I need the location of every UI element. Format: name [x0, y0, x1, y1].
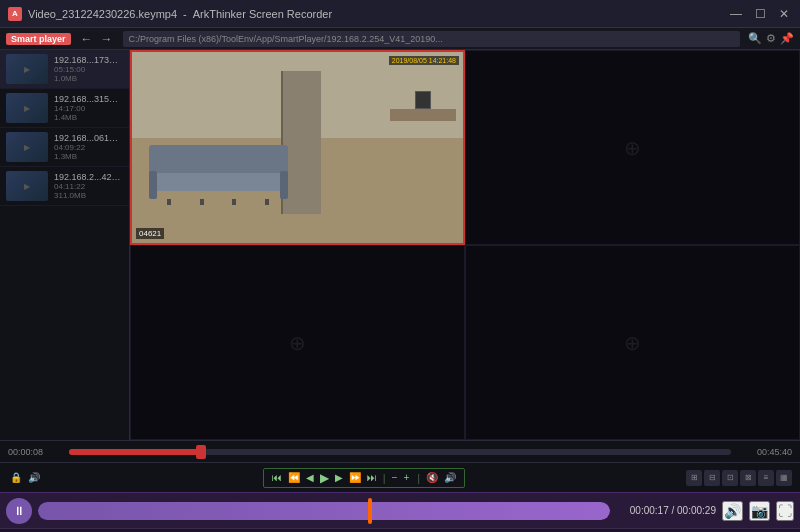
trim-camera-button[interactable]: 📷: [749, 501, 770, 521]
timeline-end-time: 00:45:40: [737, 447, 792, 457]
video-cell-3[interactable]: ⊕: [130, 245, 465, 440]
grid-custom-button[interactable]: ≡: [758, 470, 774, 486]
trim-volume-button[interactable]: 🔊: [722, 501, 743, 521]
grid-3x3-button[interactable]: ⊡: [722, 470, 738, 486]
add-stream-icon-2: ⊕: [624, 136, 641, 160]
play-button[interactable]: ▶: [318, 471, 331, 485]
bottom-controls: [ Set Start ▲ ▼ Duration:00:00:29 ▲ ▼ Se…: [0, 528, 800, 532]
grid-4x4-button[interactable]: ⊠: [740, 470, 756, 486]
file-thumb-2: ▶: [6, 132, 48, 162]
volume-up-button[interactable]: 🔊: [442, 472, 458, 483]
settings-icon[interactable]: ⚙: [766, 32, 776, 45]
file-info-0: 192.168...1736.dav 05:15:00 1.0MB: [54, 55, 123, 83]
file-sidebar: ▶ 192.168...1736.dav 05:15:00 1.0MB ▶ 19…: [0, 50, 130, 440]
video-preview: 2019/08/05 14:21:48 04621: [132, 52, 463, 243]
grid-1x1-button[interactable]: ⊞: [686, 470, 702, 486]
thumb-placeholder-0: ▶: [6, 54, 48, 84]
grid-fullscreen-button[interactable]: ▦: [776, 470, 792, 486]
trim-marker[interactable]: [368, 498, 372, 524]
prev-frame-button[interactable]: ⏮: [270, 472, 284, 483]
title-bar-left: A Video_231224230226.keymp4 - ArkThinker…: [8, 7, 332, 21]
file-meta-size-1: 1.4MB: [54, 113, 123, 122]
monitor: [415, 91, 431, 109]
file-meta-size-0: 1.0MB: [54, 74, 123, 83]
minimize-button[interactable]: —: [728, 6, 744, 22]
file-meta-time-2: 04:09:22: [54, 143, 123, 152]
file-thumb-1: ▶: [6, 93, 48, 123]
smartplayer-logo: Smart player: [6, 33, 71, 45]
step-back-button[interactable]: ◀: [304, 472, 316, 483]
pin-icon[interactable]: 📌: [780, 32, 794, 45]
mute-button[interactable]: 🔇: [424, 472, 440, 483]
file-item-0[interactable]: ▶ 192.168...1736.dav 05:15:00 1.0MB: [0, 50, 129, 89]
close-button[interactable]: ✕: [776, 6, 792, 22]
nav-controls: ← →: [79, 31, 115, 47]
nav-forward-button[interactable]: →: [99, 31, 115, 47]
main-content: ▶ 192.168...1736.dav 05:15:00 1.0MB ▶ 19…: [0, 50, 800, 440]
file-item-3[interactable]: ▶ 192.168.2...42116.avi 04:11:22 311.0MB: [0, 167, 129, 206]
timeline-track[interactable]: [69, 449, 731, 455]
trim-current-time: 00:00:17: [630, 505, 669, 516]
sofa-arm-right: [280, 171, 288, 199]
video-cell-4[interactable]: ⊕: [465, 245, 800, 440]
next-frame-button[interactable]: ⏭: [365, 472, 379, 483]
title-bar: A Video_231224230226.keymp4 - ArkThinker…: [0, 0, 800, 28]
file-meta-time-0: 05:15:00: [54, 65, 123, 74]
video-cell-2[interactable]: ⊕: [465, 50, 800, 245]
file-name-3: 192.168.2...42116.avi: [54, 172, 123, 182]
trim-timeline: ⏸ 00:00:17 / 00:00:29 🔊 📷 ⛶: [0, 492, 800, 528]
file-meta-size-3: 311.0MB: [54, 191, 123, 200]
speed-up-button[interactable]: +: [402, 472, 412, 483]
file-meta-time-3: 04:11:22: [54, 182, 123, 191]
speed-down-button[interactable]: −: [390, 472, 400, 483]
file-meta-time-1: 14:17:00: [54, 104, 123, 113]
file-item-2[interactable]: ▶ 192.168...0611.mp4 04:09:22 1.3MB: [0, 128, 129, 167]
path-bar: C:/Program Files (x86)/ToolEnv/App/Smart…: [123, 31, 740, 47]
step-fwd-button[interactable]: ▶: [333, 472, 345, 483]
trim-expand-button[interactable]: ⛶: [776, 501, 794, 521]
trim-total-time: 00:00:29: [677, 505, 716, 516]
file-thumb-0: ▶: [6, 54, 48, 84]
timeline-thumb[interactable]: [196, 445, 206, 459]
desk-area: [390, 109, 456, 121]
file-item-1[interactable]: ▶ 192.168...3152.dav 14:17:00 1.4MB: [0, 89, 129, 128]
skip-fwd-button[interactable]: ⏩: [347, 472, 363, 483]
skip-back-button[interactable]: ⏪: [286, 472, 302, 483]
search-icon[interactable]: 🔍: [748, 32, 762, 45]
sofa-legs: [149, 199, 288, 205]
sofa: [149, 145, 288, 205]
sofa-leg-3: [232, 199, 236, 205]
nav-back-button[interactable]: ←: [79, 31, 95, 47]
add-stream-icon-3: ⊕: [289, 331, 306, 355]
file-info-3: 192.168.2...42116.avi 04:11:22 311.0MB: [54, 172, 123, 200]
window-title: Video_231224230226.keymp4: [28, 8, 177, 20]
thumb-placeholder-3: ▶: [6, 171, 48, 201]
trim-track: [38, 502, 610, 520]
file-info-1: 192.168...3152.dav 14:17:00 1.4MB: [54, 94, 123, 122]
playback-left: 🔒 🔊: [8, 472, 42, 483]
sofa-arm-left: [149, 171, 157, 199]
file-name-1: 192.168...3152.dav: [54, 94, 123, 104]
file-name-0: 192.168...1736.dav: [54, 55, 123, 65]
speaker-button[interactable]: 🔊: [26, 472, 42, 483]
camera-scene: [132, 52, 463, 243]
grid-2x2-button[interactable]: ⊟: [704, 470, 720, 486]
video-area: 2019/08/05 14:21:48 04621 ⊕ ⊕ ⊕: [130, 50, 800, 440]
app-name-separator: -: [183, 8, 187, 20]
file-info-2: 192.168...0611.mp4 04:09:22 1.3MB: [54, 133, 123, 161]
maximize-button[interactable]: ☐: [752, 6, 768, 22]
video-timestamp: 2019/08/05 14:21:48: [389, 56, 459, 65]
file-name-2: 192.168...0611.mp4: [54, 133, 123, 143]
trim-track-container[interactable]: [38, 502, 610, 520]
smartplayer-bar: Smart player ← → C:/Program Files (x86)/…: [0, 28, 800, 50]
app-name: ArkThinker Screen Recorder: [193, 8, 332, 20]
timeline-start-time: 00:00:08: [8, 447, 63, 457]
playback-bar: 🔒 🔊 ⏮ ⏪ ◀ ▶ ▶ ⏩ ⏭ | − + | 🔇 🔊 ⊞ ⊟ ⊡ ⊠ ≡ …: [0, 462, 800, 492]
trim-time-display: 00:00:17 / 00:00:29: [616, 505, 716, 516]
video-cell-1[interactable]: 2019/08/05 14:21:48 04621: [130, 50, 465, 245]
file-thumb-3: ▶: [6, 171, 48, 201]
trim-pause-button[interactable]: ⏸: [6, 498, 32, 524]
playback-controls: ⏮ ⏪ ◀ ▶ ▶ ⏩ ⏭ | − + | 🔇 🔊: [263, 468, 465, 488]
lock-button[interactable]: 🔒: [8, 472, 24, 483]
path-text: C:/Program Files (x86)/ToolEnv/App/Smart…: [129, 34, 443, 44]
